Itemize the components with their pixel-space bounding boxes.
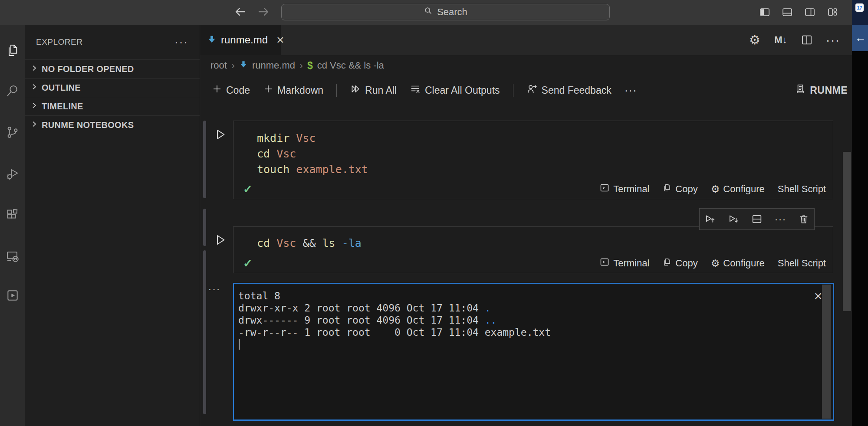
customize-layout-icon[interactable] <box>826 6 838 18</box>
terminal-button[interactable]: Terminal <box>599 257 649 270</box>
nav-back-button[interactable] <box>233 5 248 20</box>
breadcrumb-separator: › <box>299 59 303 72</box>
editor-actions: ⚙ M↓ ··· <box>747 25 841 55</box>
run-and-debug-icon[interactable] <box>6 167 20 181</box>
chevron-right-icon <box>30 120 38 130</box>
search-view-icon[interactable] <box>6 84 20 98</box>
split-editor-icon[interactable] <box>799 32 815 48</box>
code-editor[interactable]: mkdir Vsc cd Vsc touch example.txt <box>233 121 833 177</box>
cell-language-label[interactable]: Shell Script <box>778 184 826 195</box>
configure-button[interactable]: ⚙ Configure <box>711 258 765 269</box>
output-line: drwx------ 9 root root 4096 Oct 17 11:04… <box>238 314 833 326</box>
split-cell-icon[interactable] <box>750 213 763 226</box>
more-actions-icon[interactable]: ··· <box>825 32 841 48</box>
execute-below-icon[interactable] <box>727 213 740 226</box>
calendar-favicon: 17 <box>855 3 864 12</box>
remote-explorer-icon[interactable] <box>6 249 20 263</box>
output-options-button[interactable]: ··· <box>208 282 220 296</box>
source-control-icon[interactable] <box>6 125 20 139</box>
add-markdown-cell-button[interactable]: Markdown <box>263 84 323 97</box>
run-all-icon <box>350 83 361 97</box>
breadcrumb-root[interactable]: root <box>210 60 227 71</box>
chevron-right-icon <box>30 102 38 111</box>
code-line: touch example.txt <box>233 162 833 177</box>
toggle-secondary-sidebar-icon[interactable] <box>804 6 816 18</box>
toolbar-divider <box>336 84 337 97</box>
background-window-toolbar: ← <box>852 25 868 51</box>
code-cell-2[interactable]: cd Vsc && ls -la ✓ Terminal Copy <box>233 226 833 273</box>
cell-output[interactable]: total 8 drwxr-xr-x 2 root root 4096 Oct … <box>233 283 834 421</box>
explorer-icon[interactable] <box>6 43 20 57</box>
execute-above-icon[interactable] <box>704 213 717 226</box>
code-line: cd Vsc <box>233 146 833 162</box>
runme-notebooks-icon[interactable] <box>6 288 20 302</box>
arrow-right-icon <box>256 5 270 20</box>
background-window-content <box>852 51 868 426</box>
run-all-button[interactable]: Run All <box>350 83 397 97</box>
delete-cell-icon[interactable] <box>797 213 810 226</box>
success-check-icon: ✓ <box>243 257 253 270</box>
tab-bar: runme.md × ⚙ M↓ ··· <box>200 25 852 55</box>
breadcrumb-prompt: $ <box>307 60 313 72</box>
output-line: drwxr-xr-x 2 root root 4096 Oct 17 11:04… <box>238 302 833 314</box>
extensions-icon[interactable] <box>6 208 20 222</box>
toggle-primary-sidebar-icon[interactable] <box>759 6 771 18</box>
copy-icon <box>662 183 672 195</box>
settings-gear-icon[interactable]: ⚙ <box>747 32 763 48</box>
run-cell-button[interactable] <box>213 233 227 247</box>
cell-hover-toolbar: ··· <box>699 208 815 230</box>
nav-forward-button[interactable] <box>256 5 271 20</box>
editor-scrollbar[interactable] <box>843 152 851 311</box>
code-line: mkdir Vsc <box>233 131 833 146</box>
sidebar-title: EXPLORER <box>36 37 82 47</box>
cell-more-icon[interactable]: ··· <box>774 213 787 226</box>
sidebar-header: EXPLORER ··· <box>25 25 200 59</box>
breadcrumb-file[interactable]: runme.md <box>252 60 295 71</box>
feedback-icon <box>526 83 538 97</box>
cell-focus-bar <box>203 209 206 246</box>
chevron-right-icon <box>30 83 38 92</box>
add-code-cell-button[interactable]: Code <box>212 84 250 97</box>
terminal-icon <box>599 257 610 270</box>
tab-close-icon[interactable]: × <box>276 35 284 45</box>
sidebar-section-runme-notebooks[interactable]: RUNME NOTEBOOKS <box>25 115 200 134</box>
cell-status-bar: ✓ Terminal Copy ⚙ Configure <box>233 254 833 273</box>
copy-button[interactable]: Copy <box>662 183 697 195</box>
code-cell-1[interactable]: mkdir Vsc cd Vsc touch example.txt ✓ Ter… <box>233 121 833 199</box>
toggle-panel-icon[interactable] <box>781 6 793 18</box>
terminal-cursor <box>239 339 240 350</box>
cell-focus-bar <box>203 121 206 198</box>
code-editor[interactable]: cd Vsc && ls -la <box>233 227 833 251</box>
output-line: total 8 <box>238 290 833 302</box>
breadcrumb-separator: › <box>231 59 235 72</box>
markdown-preview-icon[interactable]: M↓ <box>773 32 789 48</box>
explorer-sidebar: EXPLORER ··· NO FOLDER OPENED OUTLINE TI… <box>25 25 200 426</box>
tab-runme-md[interactable]: runme.md × <box>200 25 281 55</box>
copy-button[interactable]: Copy <box>662 257 697 269</box>
toolbar-divider <box>513 84 513 97</box>
output-scrollbar[interactable] <box>822 285 831 419</box>
breadcrumb-command[interactable]: cd Vsc && ls -la <box>317 60 384 71</box>
sidebar-section-no-folder-opened[interactable]: NO FOLDER OPENED <box>25 59 200 78</box>
titlebar: Search <box>0 0 852 25</box>
run-cell-button[interactable] <box>213 128 227 141</box>
configure-button[interactable]: ⚙ Configure <box>711 184 765 195</box>
search-input[interactable]: Search <box>281 4 610 20</box>
runme-file-icon <box>207 34 217 46</box>
sidebar-more-button[interactable]: ··· <box>174 40 188 44</box>
editor-area: runme.md × ⚙ M↓ ··· root › <box>200 25 852 426</box>
breadcrumb: root › runme.md › $ cd Vsc && ls -la <box>200 55 852 76</box>
sidebar-section-outline[interactable]: OUTLINE <box>25 78 200 97</box>
terminal-button[interactable]: Terminal <box>599 183 649 196</box>
send-feedback-button[interactable]: Send Feedback <box>526 83 612 97</box>
search-icon <box>424 6 433 18</box>
runme-brand: RUNME <box>795 83 848 97</box>
plus-icon <box>263 84 273 97</box>
cell-language-label[interactable]: Shell Script <box>778 258 826 269</box>
clear-all-outputs-button[interactable]: Clear All Outputs <box>410 83 500 97</box>
notebook-toolbar: Code Markdown Run All Clear All Outputs <box>200 76 852 105</box>
terminal-output: total 8 drwxr-xr-x 2 root root 4096 Oct … <box>234 284 833 350</box>
toolbar-more-button[interactable]: ··· <box>625 84 637 97</box>
back-arrow-icon: ← <box>855 31 866 45</box>
sidebar-section-timeline[interactable]: TIMELINE <box>25 97 200 115</box>
